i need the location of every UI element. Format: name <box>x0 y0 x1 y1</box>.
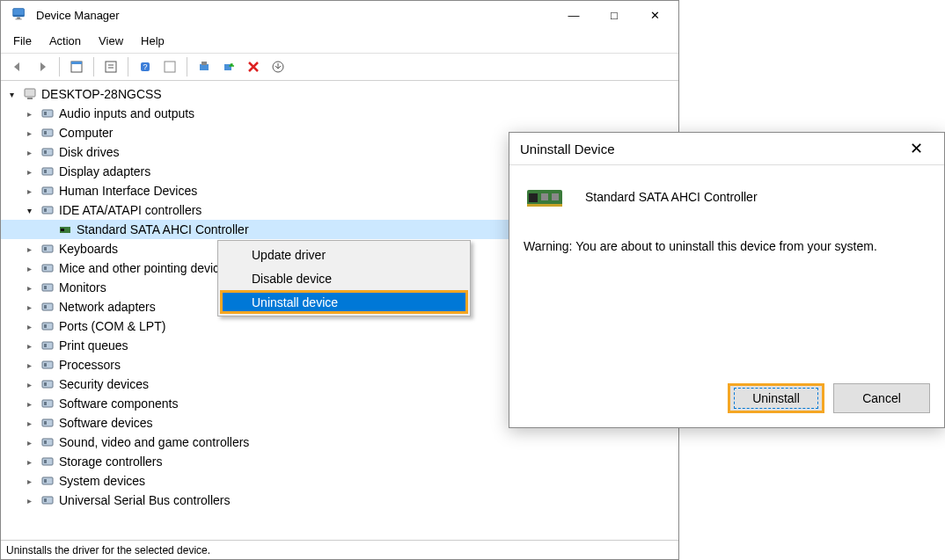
chevron-down-icon[interactable]: ▾ <box>22 203 36 217</box>
svg-rect-32 <box>42 245 53 252</box>
tree-node-label: Ports (COM & LPT) <box>59 319 165 333</box>
tree-node-label: Sound, video and game controllers <box>59 435 249 449</box>
device-category-icon <box>40 202 55 218</box>
chevron-down-icon[interactable]: ▾ <box>4 87 18 101</box>
help-button[interactable]: ? <box>134 55 157 78</box>
show-hide-button[interactable] <box>65 55 88 78</box>
device-category-icon <box>40 183 55 199</box>
menu-view[interactable]: View <box>90 31 132 51</box>
chevron-right-icon[interactable]: ▸ <box>22 358 36 372</box>
action-button[interactable] <box>158 55 181 78</box>
chevron-right-icon[interactable]: ▸ <box>22 145 36 159</box>
chevron-right-icon[interactable]: ▸ <box>22 126 36 140</box>
chevron-right-icon[interactable]: ▸ <box>22 164 36 178</box>
tree-node-label: Monitors <box>59 280 106 295</box>
minimize-button[interactable]: — <box>553 2 594 28</box>
context-disable-device[interactable]: Disable device <box>220 266 468 290</box>
chevron-right-icon[interactable]: ▸ <box>22 106 36 120</box>
app-icon <box>11 6 29 24</box>
context-update-driver[interactable]: Update driver <box>220 243 468 266</box>
add-hardware-button[interactable] <box>217 55 240 78</box>
tree-node[interactable]: ▸Storage controllers <box>1 452 678 471</box>
device-category-icon <box>40 241 55 257</box>
tree-node-label: System devices <box>59 474 145 488</box>
titlebar[interactable]: Device Manager — □ ✕ <box>1 1 678 29</box>
svg-rect-13 <box>201 62 207 65</box>
tree-node-label: Network adapters <box>59 300 156 314</box>
svg-rect-57 <box>44 479 47 483</box>
tree-node-label: Universal Serial Bus controllers <box>59 493 231 507</box>
menu-action[interactable]: Action <box>40 31 90 51</box>
maximize-button[interactable]: □ <box>594 2 634 28</box>
tree-node[interactable]: ▸Audio inputs and outputs <box>1 104 678 123</box>
menu-file[interactable]: File <box>4 31 40 51</box>
device-category-icon <box>40 318 55 334</box>
svg-rect-1 <box>13 15 25 17</box>
tree-node-label: Mice and other pointing devices <box>59 261 232 275</box>
device-category-icon <box>40 434 55 450</box>
tree-node[interactable]: ▸Sound, video and game controllers <box>1 433 678 452</box>
svg-rect-35 <box>44 266 47 270</box>
chevron-right-icon[interactable]: ▸ <box>22 416 36 430</box>
svg-rect-26 <box>42 187 53 194</box>
device-category-icon <box>40 338 55 353</box>
device-category-icon <box>40 415 55 431</box>
dialog-titlebar[interactable]: Uninstall Device ✕ <box>509 133 944 164</box>
chevron-right-icon[interactable]: ▸ <box>22 300 36 314</box>
tree-node-label: IDE ATA/ATAPI controllers <box>59 203 201 217</box>
device-category-icon <box>40 144 55 160</box>
forward-button[interactable] <box>31 55 54 78</box>
close-button[interactable]: ✕ <box>634 2 675 28</box>
svg-rect-19 <box>44 112 47 115</box>
dialog-cancel-button[interactable]: Cancel <box>833 383 930 413</box>
svg-rect-28 <box>42 207 53 214</box>
dialog-device-name: Standard SATA AHCI Controller <box>585 190 758 204</box>
chevron-right-icon[interactable]: ▸ <box>22 435 36 449</box>
device-category-icon <box>40 473 55 489</box>
svg-rect-2 <box>17 18 20 19</box>
context-uninstall-device[interactable]: Uninstall device <box>220 290 468 314</box>
svg-rect-45 <box>44 363 47 367</box>
svg-rect-42 <box>42 342 53 349</box>
svg-rect-50 <box>42 419 53 426</box>
chevron-right-icon[interactable]: ▸ <box>22 396 36 411</box>
tree-node-label: Storage controllers <box>59 455 163 469</box>
toolbar: ? <box>1 54 678 81</box>
svg-rect-43 <box>44 344 47 347</box>
dialog-uninstall-button[interactable]: Uninstall <box>728 383 824 413</box>
svg-rect-51 <box>44 421 47 425</box>
chevron-right-icon[interactable]: ▸ <box>22 455 36 469</box>
svg-rect-5 <box>71 62 82 64</box>
svg-rect-20 <box>42 129 53 136</box>
svg-rect-34 <box>42 265 53 272</box>
chevron-right-icon[interactable]: ▸ <box>22 319 36 333</box>
tree-node[interactable]: ▸System devices <box>1 471 678 491</box>
chevron-right-icon[interactable]: ▸ <box>22 474 36 488</box>
status-text: Uninstalls the driver for the selected d… <box>6 544 210 556</box>
chevron-right-icon[interactable]: ▸ <box>22 338 36 353</box>
chevron-right-icon[interactable]: ▸ <box>22 184 36 198</box>
chevron-right-icon[interactable]: ▸ <box>22 493 36 507</box>
chevron-right-icon[interactable]: ▸ <box>22 377 36 391</box>
scan-button[interactable] <box>193 55 216 78</box>
update-button[interactable] <box>267 55 289 78</box>
properties-button[interactable] <box>99 55 122 78</box>
dialog-close-button[interactable]: ✕ <box>898 135 934 162</box>
chevron-right-icon[interactable]: ▸ <box>22 261 36 275</box>
svg-rect-48 <box>42 400 53 407</box>
chevron-right-icon[interactable]: ▸ <box>22 280 36 295</box>
svg-rect-49 <box>44 402 47 405</box>
svg-rect-18 <box>42 110 53 117</box>
svg-rect-63 <box>552 193 559 200</box>
back-button[interactable] <box>6 55 29 78</box>
tree-root[interactable]: ▾ DESKTOP-28NGCSS <box>1 84 678 104</box>
svg-rect-3 <box>16 18 22 19</box>
tree-node[interactable]: ▸Universal Serial Bus controllers <box>1 491 678 510</box>
tree-node-label: Security devices <box>59 377 149 391</box>
svg-rect-62 <box>541 193 548 200</box>
chevron-right-icon[interactable]: ▸ <box>22 242 36 256</box>
svg-rect-46 <box>42 381 53 388</box>
uninstall-button[interactable] <box>242 55 265 78</box>
svg-rect-24 <box>42 168 53 175</box>
menu-help[interactable]: Help <box>132 31 173 51</box>
